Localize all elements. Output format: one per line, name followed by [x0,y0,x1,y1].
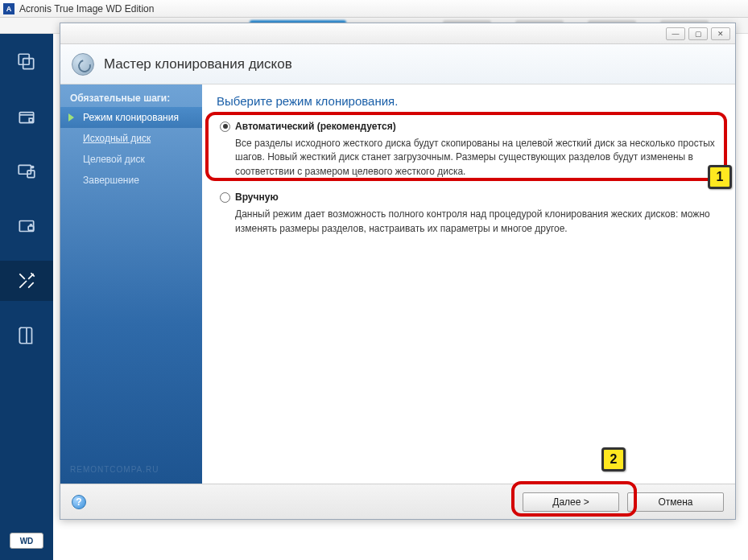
sync-icon [16,161,37,182]
sidebar-item-tools[interactable] [0,261,53,301]
maximize-button[interactable]: ▢ [688,27,708,40]
sidebar-item-backup[interactable] [0,42,53,82]
option-manual[interactable]: Вручную Данный режим дает возможность по… [217,187,721,244]
svg-rect-8 [28,226,33,230]
log-icon [16,325,37,346]
svg-point-6 [32,167,34,168]
security-icon [16,216,37,237]
wd-badge: WD [10,533,43,549]
step-clone-mode[interactable]: Режим клонирования [60,107,202,128]
next-button[interactable]: Далее > [523,492,619,512]
archive-icon [16,106,37,127]
tools-icon [16,270,37,291]
wizard-window: — ▢ ✕ Мастер клонирования дисков Обязате… [60,23,736,520]
radio-manual[interactable] [220,192,230,203]
steps-section-title: Обязательные шаги: [60,89,202,107]
svg-rect-1 [23,59,34,69]
svg-rect-3 [29,118,32,121]
cancel-button[interactable]: Отмена [627,492,724,512]
option-automatic-desc: Все разделы исходного жесткого диска буд… [235,137,717,179]
content-heading: Выберите режим клонирования. [217,94,721,108]
app-titlebar: A Acronis True Image WD Edition [0,0,748,18]
step-target-disk: Целевой диск [60,149,202,170]
help-button[interactable]: ? [72,495,86,509]
backup-icon [16,51,37,72]
step-finish: Завершение [60,170,202,191]
option-automatic-title: Автоматический (рекомендуется) [235,121,396,132]
sidebar-item-security[interactable] [0,206,53,246]
sidebar-item-sync[interactable] [0,151,53,191]
wizard-content: Выберите режим клонирования. Автоматичес… [202,84,735,484]
wizard-steps-panel: Обязательные шаги: Режим клонирования Ис… [60,84,202,484]
svg-rect-2 [19,113,33,123]
minimize-button[interactable]: — [666,27,685,40]
watermark: REMONTCOMPA.RU [70,465,159,474]
wizard-title: Мастер клонирования дисков [104,56,292,72]
option-manual-desc: Данный режим дает возможность полного ко… [235,208,717,236]
main-sidebar: WD [0,34,53,560]
wizard-header: Мастер клонирования дисков [60,44,735,84]
app-title: Acronis True Image WD Edition [19,3,154,14]
step-source-disk[interactable]: Исходный диск [60,128,202,149]
wizard-footer: ? Далее > Отмена 2 [60,484,735,519]
svg-rect-4 [19,165,31,174]
close-button[interactable]: ✕ [711,27,730,40]
sidebar-item-log[interactable] [0,315,53,356]
wizard-titlebar: — ▢ ✕ [60,23,735,44]
option-manual-title: Вручную [235,191,279,203]
svg-rect-0 [19,54,29,64]
wizard-header-icon [72,53,94,76]
radio-automatic[interactable] [220,121,230,132]
wizard-body: Обязательные шаги: Режим клонирования Ис… [60,84,735,484]
sidebar-item-archive[interactable] [0,97,53,137]
app-icon: A [3,3,14,14]
option-automatic[interactable]: Автоматический (рекомендуется) Все разде… [217,116,721,187]
